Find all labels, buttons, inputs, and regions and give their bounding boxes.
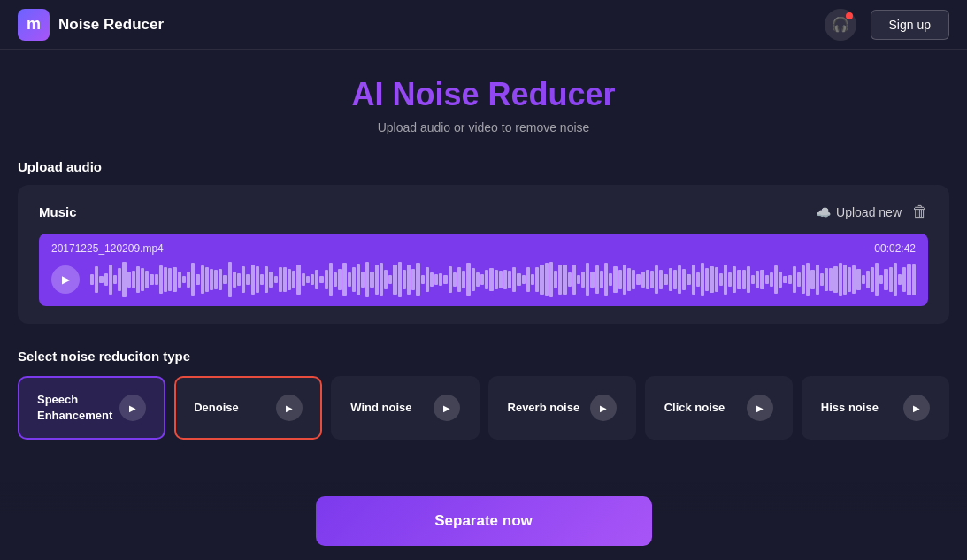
waveform-bar	[646, 270, 649, 289]
waveform-bar	[687, 274, 690, 285]
waveform-bar	[669, 268, 672, 291]
waveform-bar	[233, 272, 236, 288]
waveform-bar	[549, 262, 553, 296]
waveform-bar	[756, 271, 759, 288]
waveform-bar	[788, 275, 792, 284]
waveform-bar	[572, 265, 576, 295]
noise-card-reverb[interactable]: Reverb noise▶	[488, 376, 636, 440]
noise-card-label: Reverb noise	[508, 400, 580, 416]
waveform-bar	[724, 265, 727, 294]
waveform-bar	[434, 274, 438, 284]
waveform-bar	[472, 268, 475, 291]
waveform-bar	[495, 270, 498, 290]
waveform-bar	[453, 272, 457, 287]
waveform-bar	[503, 270, 507, 290]
waveform-bar	[375, 265, 379, 294]
waveform-bar	[540, 265, 543, 294]
waveform-bar	[168, 268, 172, 290]
noise-play-button-wind[interactable]: ▶	[434, 395, 460, 421]
waveform-bar	[526, 267, 530, 292]
waveform-bar	[380, 263, 383, 295]
app-title: Noise Reducer	[58, 16, 164, 34]
waveform-bar	[164, 267, 167, 293]
noise-play-button-hiss[interactable]: ▶	[903, 395, 930, 421]
noise-play-button-reverb[interactable]: ▶	[590, 395, 617, 421]
noise-card-label: Denoise	[194, 400, 239, 416]
waveform-bars[interactable]	[90, 262, 916, 297]
noise-card-click[interactable]: Click noise▶	[645, 376, 793, 440]
waveform-bar	[810, 270, 814, 288]
waveform-bar	[636, 274, 640, 285]
waveform-bar	[554, 271, 557, 288]
waveform-bar	[696, 272, 700, 286]
headphone-button[interactable]: 🎧	[825, 9, 856, 41]
waveform-bar	[590, 272, 594, 288]
waveform-bar	[352, 267, 356, 292]
waveform-bar	[710, 266, 713, 294]
waveform-bar	[269, 272, 272, 288]
waveform-bar	[728, 272, 732, 288]
delete-button[interactable]: 🗑	[912, 203, 928, 221]
waveform-bar	[843, 265, 847, 295]
main-content: AI Noise Reducer Upload audio or video t…	[0, 50, 967, 457]
waveform-bar	[357, 264, 360, 295]
upload-new-label: Upload new	[836, 205, 902, 219]
signup-button[interactable]: Sign up	[871, 10, 949, 40]
waveform-bar	[141, 268, 144, 290]
waveform-bar	[306, 276, 310, 283]
noise-card-wind[interactable]: Wind noise▶	[331, 376, 479, 440]
noise-card-hiss[interactable]: Hiss noise▶	[802, 376, 949, 440]
noise-play-button-click[interactable]: ▶	[747, 395, 773, 421]
waveform-bar	[715, 267, 718, 293]
play-button[interactable]: ▶	[51, 265, 80, 294]
noise-card-speech[interactable]: Speech Enhancement▶	[18, 376, 165, 440]
waveform-bar	[673, 270, 677, 290]
waveform-bar	[228, 262, 232, 296]
waveform-bar	[898, 274, 902, 286]
noise-card-denoise[interactable]: Denoise▶	[174, 376, 322, 440]
header-right: 🎧 Sign up	[825, 9, 949, 41]
waveform-bar	[421, 275, 425, 284]
noise-card-label: Hiss noise	[821, 400, 879, 416]
logo-letter: m	[27, 15, 41, 34]
upload-card: Music ☁️ Upload new 🗑 20171225_120209.mp…	[18, 185, 949, 324]
waveform-bar	[806, 263, 810, 297]
waveform-bar	[664, 274, 667, 285]
waveform-bar	[517, 273, 520, 286]
waveform-bar	[191, 263, 195, 295]
waveform-bar	[902, 267, 906, 293]
waveform-bar	[426, 267, 429, 293]
waveform-bar	[820, 273, 824, 285]
waveform-bar	[522, 275, 526, 283]
upload-new-button[interactable]: ☁️ Upload new	[816, 205, 902, 219]
noise-play-button-denoise[interactable]: ▶	[276, 395, 303, 421]
notification-dot	[846, 12, 853, 19]
waveform-bar	[365, 262, 369, 296]
waveform-bar	[802, 265, 805, 294]
waveform-bar	[315, 270, 318, 290]
hero-section: AI Noise Reducer Upload audio or video t…	[18, 76, 949, 134]
waveform-bar	[205, 267, 209, 291]
waveform-bar	[705, 268, 709, 292]
waveform-bar	[875, 263, 879, 296]
waveform-bar	[449, 266, 452, 293]
waveform-bar	[155, 274, 158, 284]
waveform-bar	[568, 272, 572, 287]
separate-now-button[interactable]: Separate now	[316, 496, 652, 546]
waveform-bar	[302, 273, 305, 286]
waveform-bar	[760, 270, 764, 290]
waveform-bar	[678, 265, 681, 294]
upload-icon: ☁️	[816, 205, 831, 219]
waveform-bar	[113, 275, 117, 283]
waveform-bar	[701, 263, 704, 296]
waveform-bar	[90, 274, 94, 284]
waveform-bar	[600, 271, 603, 288]
waveform-bar	[296, 265, 300, 295]
waveform-bar	[879, 275, 883, 283]
waveform-bar	[512, 267, 516, 292]
waveform-bar	[127, 272, 131, 287]
waveform-bar	[866, 271, 870, 288]
waveform-bar	[182, 276, 186, 284]
waveform-bar	[393, 265, 396, 294]
noise-play-button-speech[interactable]: ▶	[119, 395, 146, 421]
